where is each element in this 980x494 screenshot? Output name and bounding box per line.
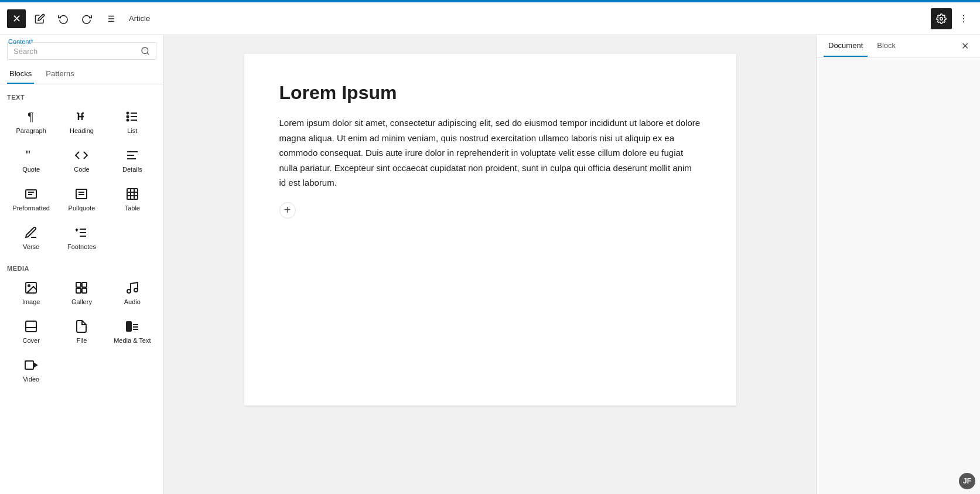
text-blocks-grid: ¶ Paragraph Heading List " Quote	[7, 103, 156, 255]
list-icon	[105, 13, 115, 24]
block-media-text[interactable]: Media & Text	[108, 313, 156, 349]
article-body[interactable]: Lorem ipsum dolor sit amet, consectetur …	[279, 115, 701, 190]
block-file-label: File	[77, 337, 87, 344]
preformatted-icon	[24, 187, 38, 201]
footnotes-icon	[74, 226, 88, 240]
block-verse[interactable]: Verse	[7, 219, 55, 255]
svg-rect-41	[82, 282, 87, 287]
heading-icon	[74, 110, 88, 124]
right-panel-content	[817, 57, 980, 494]
block-paragraph-label: Paragraph	[16, 127, 46, 134]
table-icon	[125, 187, 139, 201]
more-options-button[interactable]	[954, 9, 973, 28]
gallery-icon	[74, 281, 88, 295]
audio-icon	[125, 281, 139, 295]
article-title[interactable]: Lorem Ipsum	[279, 82, 701, 104]
block-gallery[interactable]: Gallery	[57, 274, 105, 311]
section-label-text: TEXT	[7, 89, 156, 103]
tab-document[interactable]: Document	[824, 35, 868, 57]
svg-point-17	[127, 116, 128, 118]
svg-marker-53	[33, 363, 37, 367]
block-footnotes-label: Footnotes	[67, 243, 96, 250]
content-area: Lorem Ipsum Lorem ipsum dolor sit amet, …	[164, 35, 816, 494]
add-block-button[interactable]: +	[279, 202, 296, 219]
list-block-icon	[125, 110, 139, 124]
avatar: JF	[959, 473, 975, 489]
block-cover-label: Cover	[22, 337, 39, 344]
list-view-button[interactable]	[101, 9, 119, 28]
block-gallery-label: Gallery	[71, 298, 92, 305]
block-pullquote[interactable]: Pullquote	[57, 180, 105, 217]
svg-point-18	[127, 120, 128, 121]
undo-button[interactable]	[54, 9, 73, 28]
block-heading[interactable]: Heading	[57, 103, 105, 139]
svg-point-39	[28, 285, 30, 287]
block-media-text-label: Media & Text	[114, 337, 151, 344]
block-quote[interactable]: " Quote	[7, 142, 55, 178]
block-table[interactable]: Table	[108, 180, 156, 217]
block-preformatted[interactable]: Preformatted	[7, 180, 55, 217]
block-table-label: Table	[125, 205, 140, 212]
svg-point-7	[963, 15, 964, 16]
file-icon	[74, 319, 88, 333]
redo-button[interactable]	[77, 9, 96, 28]
block-video[interactable]: Video	[7, 352, 55, 388]
settings-button[interactable]	[931, 8, 952, 29]
tab-patterns[interactable]: Patterns	[43, 64, 76, 84]
right-panel-close-button[interactable]: ✕	[957, 38, 973, 54]
block-file[interactable]: File	[57, 313, 105, 349]
pullquote-icon	[74, 187, 88, 201]
svg-point-44	[127, 289, 131, 293]
main-layout: Blocks Patterns TEXT ¶ Paragraph Heading…	[0, 35, 980, 494]
block-code[interactable]: Code	[57, 142, 105, 178]
tab-blocks[interactable]: Blocks	[7, 64, 34, 84]
svg-rect-40	[76, 282, 81, 287]
svg-rect-46	[26, 321, 36, 332]
toolbar: ✕ Article Content*	[0, 2, 980, 35]
right-panel: Document Block ✕	[816, 35, 980, 494]
editor-canvas: Lorem Ipsum Lorem ipsum dolor sit amet, …	[244, 54, 736, 406]
block-pullquote-label: Pullquote	[69, 205, 95, 212]
details-icon	[125, 148, 139, 162]
tab-block[interactable]: Block	[872, 35, 900, 57]
block-list-label: List	[127, 127, 137, 134]
right-panel-tabs: Document Block ✕	[817, 35, 980, 57]
block-heading-label: Heading	[70, 127, 94, 134]
svg-text:": "	[26, 148, 30, 162]
block-paragraph[interactable]: ¶ Paragraph	[7, 103, 55, 139]
svg-rect-29	[127, 189, 138, 199]
svg-point-8	[963, 18, 964, 19]
sidebar-tabs: Blocks Patterns	[0, 64, 163, 84]
block-video-label: Video	[23, 376, 39, 383]
block-list[interactable]: List	[108, 103, 156, 139]
block-image[interactable]: Image	[7, 274, 55, 311]
close-button[interactable]: ✕	[7, 9, 26, 28]
pencil-button[interactable]	[30, 9, 49, 28]
block-cover[interactable]: Cover	[7, 313, 55, 349]
svg-rect-48	[127, 322, 131, 331]
block-image-label: Image	[22, 298, 40, 305]
media-text-icon	[125, 319, 139, 333]
svg-rect-52	[25, 361, 33, 369]
more-icon	[958, 13, 969, 24]
page-title: Article	[129, 14, 150, 23]
undo-icon	[58, 13, 69, 24]
svg-point-16	[127, 113, 128, 114]
block-verse-label: Verse	[23, 243, 39, 250]
search-icon	[141, 46, 150, 56]
quote-icon: "	[24, 148, 38, 162]
svg-rect-42	[76, 288, 81, 293]
block-audio[interactable]: Audio	[108, 274, 156, 311]
paragraph-icon: ¶	[24, 110, 38, 124]
block-details[interactable]: Details	[108, 142, 156, 178]
search-input[interactable]	[13, 47, 137, 56]
svg-point-45	[134, 288, 138, 292]
block-code-label: Code	[74, 166, 89, 173]
verse-icon	[24, 226, 38, 240]
block-footnotes[interactable]: Footnotes	[57, 219, 105, 255]
svg-point-10	[142, 47, 148, 54]
svg-point-6	[940, 17, 943, 20]
svg-text:¶: ¶	[28, 110, 34, 123]
media-blocks-grid: Image Gallery Audio Cover File	[7, 274, 156, 388]
pencil-icon	[35, 13, 45, 24]
